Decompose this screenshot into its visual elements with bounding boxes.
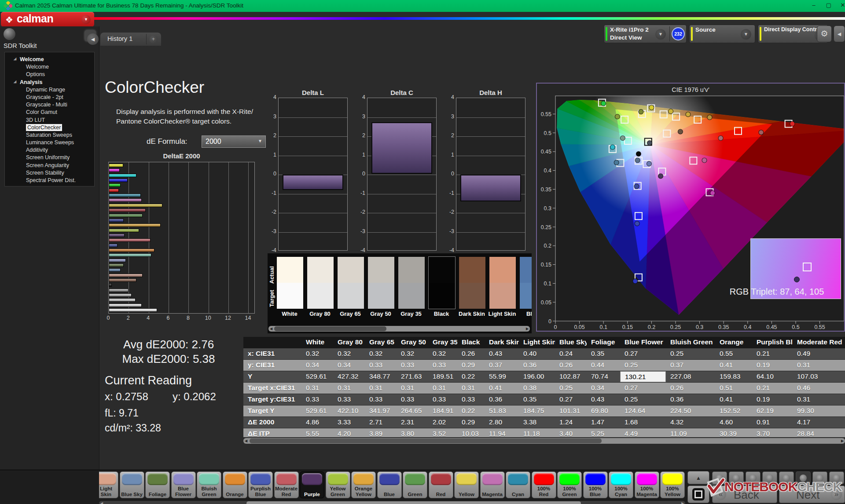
table-cell[interactable]: 271.63 xyxy=(397,371,428,382)
tree-item-grayscale-multi[interactable]: Grayscale - Multi xyxy=(5,101,94,109)
scroll-left-icon[interactable]: ◀ xyxy=(99,501,104,504)
table-cell[interactable]: 0.32 xyxy=(365,348,397,359)
table-cell[interactable]: 0.27 xyxy=(620,348,666,359)
table-cell[interactable]: 196.00 xyxy=(519,371,555,382)
scroll-left-icon[interactable]: ◀ xyxy=(243,438,249,444)
table-cell[interactable]: 11.18 xyxy=(519,428,555,437)
patch-button-red[interactable]: Red xyxy=(429,471,453,498)
table-cell[interactable]: 0.24 xyxy=(555,348,587,359)
table-cell[interactable]: 0.32 xyxy=(301,348,333,359)
table-cell[interactable]: 0.46 xyxy=(793,383,845,394)
table-cell[interactable]: 30.39 xyxy=(715,428,752,437)
table-cell[interactable]: 124.64 xyxy=(620,405,666,416)
table-cell[interactable]: 341.97 xyxy=(365,405,397,416)
table-cell[interactable]: 0.55 xyxy=(715,348,752,359)
table-cell[interactable]: 0.33 xyxy=(397,360,428,371)
table-cell[interactable]: 0.29 xyxy=(457,417,485,428)
table-cell[interactable]: 0.26 xyxy=(457,348,485,359)
table-cell[interactable]: 0.25 xyxy=(555,383,587,394)
history-back-button[interactable]: ◀ xyxy=(87,33,99,45)
tree-item-colorchecker[interactable]: ColorChecker xyxy=(5,124,94,131)
table-cell[interactable]: 0.34 xyxy=(301,360,333,371)
tree-item-welcome[interactable]: Welcome xyxy=(5,63,94,71)
table-cell[interactable]: 0.22 xyxy=(457,405,485,416)
scroll-left-icon[interactable]: ◀ xyxy=(268,326,274,332)
table-cell[interactable]: 0.43 xyxy=(587,394,620,405)
patch-button-blue[interactable]: Blue xyxy=(377,471,402,498)
table-cell[interactable]: 427.32 xyxy=(333,371,365,382)
history-tab[interactable]: History 1 + xyxy=(100,33,161,46)
table-cell[interactable]: 4.20 xyxy=(333,428,365,437)
patch-button-cyan[interactable]: Cyan xyxy=(506,471,530,498)
source-dropdown[interactable]: Source ▼ xyxy=(689,25,755,43)
table-cell[interactable]: 51.83 xyxy=(485,405,519,416)
table-cell[interactable]: 4.60 xyxy=(715,417,752,428)
scroll-right-icon[interactable]: ▶ xyxy=(840,438,845,444)
table-cell[interactable]: 2.71 xyxy=(365,417,397,428)
table-cell[interactable]: 0.19 xyxy=(752,360,793,371)
patch-button-purplish-blue[interactable]: Purplish Blue xyxy=(248,471,273,498)
table-cell[interactable]: 0.22 xyxy=(457,371,485,382)
table-cell[interactable]: 529.61 xyxy=(301,371,333,382)
table-cell[interactable]: 0.32 xyxy=(333,348,365,359)
table-cell[interactable]: 5.25 xyxy=(587,428,620,437)
table-cell[interactable]: 0.34 xyxy=(333,360,365,371)
meter-dropdown[interactable]: X-Rite i1Pro 2 Direct View ▼ 232 xyxy=(604,25,687,43)
table-cell[interactable]: 101.31 xyxy=(555,405,587,416)
patch-button-light-skin[interactable]: Light Skin xyxy=(99,471,118,498)
swatch-scrollbar-thumb[interactable] xyxy=(274,326,386,331)
sidebar-orb-button[interactable] xyxy=(4,28,15,40)
tree-item-grayscale-2pt[interactable]: Grayscale - 2pt xyxy=(5,94,94,101)
maximize-button[interactable]: ▢ xyxy=(824,2,834,10)
table-cell[interactable]: 0.33 xyxy=(333,394,365,405)
meter-dropdown-arrow-icon[interactable]: ▼ xyxy=(655,29,666,40)
table-cell[interactable]: 0.27 xyxy=(555,394,587,405)
table-cell[interactable]: 0.41 xyxy=(715,394,752,405)
table-cell[interactable]: 0.26 xyxy=(555,360,587,371)
swatch-scrollbar[interactable]: ◀ ▶ xyxy=(268,326,530,332)
calman-menu-dropdown-icon[interactable]: ▼ xyxy=(81,15,91,24)
patch-button-green[interactable]: Green xyxy=(403,471,427,498)
tree-item-welcome[interactable]: ◢Welcome xyxy=(5,56,94,63)
patch-button-purple[interactable]: Purple xyxy=(300,471,324,498)
table-cell[interactable]: 0.37 xyxy=(485,360,519,371)
patch-scrollbar-thumb[interactable] xyxy=(246,501,581,504)
scroll-right-icon[interactable]: ▶ xyxy=(525,326,530,332)
table-cell[interactable]: 0.33 xyxy=(365,360,397,371)
tree-item-3d-lut[interactable]: 3D LUT xyxy=(5,117,94,124)
table-cell[interactable]: 0.33 xyxy=(365,394,397,405)
patch-button-orange[interactable]: Orange xyxy=(223,471,247,498)
table-cell[interactable]: 0.33 xyxy=(428,360,457,371)
patch-button-100-red[interactable]: 100% Red xyxy=(532,471,556,498)
source-dropdown-arrow-icon[interactable]: ▼ xyxy=(741,29,751,40)
table-cell[interactable]: 28.84 xyxy=(793,428,845,437)
table-cell[interactable]: 64.10 xyxy=(752,371,793,382)
table-cell[interactable]: 529.61 xyxy=(301,405,333,416)
table-cell[interactable]: 0.21 xyxy=(752,383,793,394)
table-cell[interactable]: 348.77 xyxy=(365,371,397,382)
patch-button-magenta[interactable]: Magenta xyxy=(480,471,505,498)
table-cell[interactable]: 0.31 xyxy=(793,360,845,371)
table-cell[interactable]: 10.03 xyxy=(457,428,485,437)
table-cell[interactable]: 0.25 xyxy=(620,394,666,405)
table-cell[interactable]: 0.19 xyxy=(752,394,793,405)
table-cell[interactable]: 0.25 xyxy=(620,360,666,371)
table-cell[interactable]: 0.91 xyxy=(752,417,793,428)
table-cell[interactable]: 1.47 xyxy=(587,417,620,428)
table-cell[interactable]: 0.31 xyxy=(793,394,845,405)
table-cell[interactable]: 3.70 xyxy=(752,428,793,437)
table-cell[interactable]: 0.31 xyxy=(333,383,365,394)
tree-item-additivity[interactable]: Additivity xyxy=(5,146,94,154)
calman-menu-button[interactable]: ❖ calman ▼ xyxy=(1,12,94,27)
patch-button-blue-flower[interactable]: Blue Flower xyxy=(171,471,196,498)
table-cell[interactable]: 4.49 xyxy=(620,428,666,437)
table-cell[interactable]: 107.03 xyxy=(793,371,845,382)
patch-button-yellow[interactable]: Yellow xyxy=(454,471,479,498)
table-cell[interactable]: 0.33 xyxy=(457,394,485,405)
table-cell[interactable]: 0.25 xyxy=(666,348,715,359)
minimize-button[interactable]: – xyxy=(809,2,819,10)
table-scrollbar[interactable]: ◀ ▶ xyxy=(243,438,845,444)
table-cell[interactable]: 0.43 xyxy=(485,348,519,359)
patch-button-100-blue[interactable]: 100% Blue xyxy=(583,471,608,498)
scroll-right-icon[interactable]: ▶ xyxy=(680,501,685,504)
